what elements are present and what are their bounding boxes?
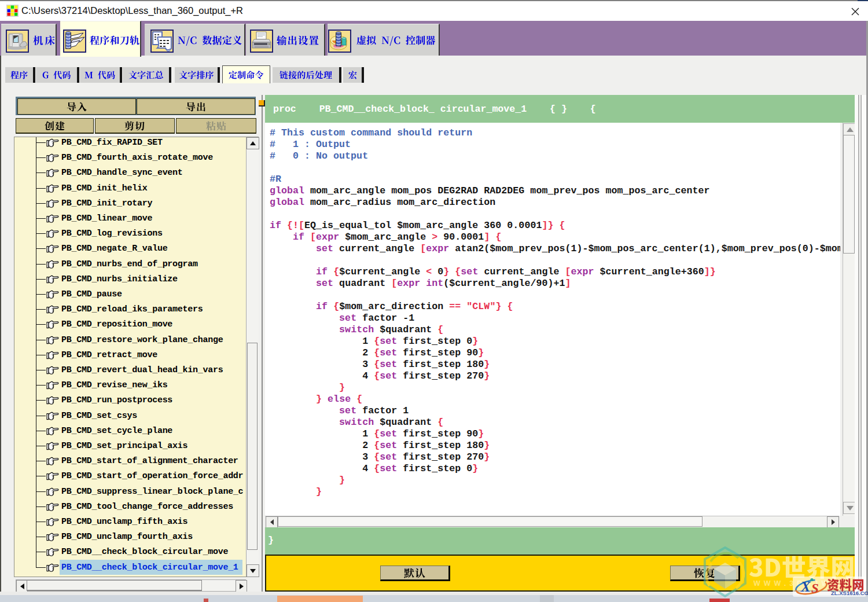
svg-text:X: X [800, 579, 811, 594]
svg-text:S: S [811, 581, 819, 596]
